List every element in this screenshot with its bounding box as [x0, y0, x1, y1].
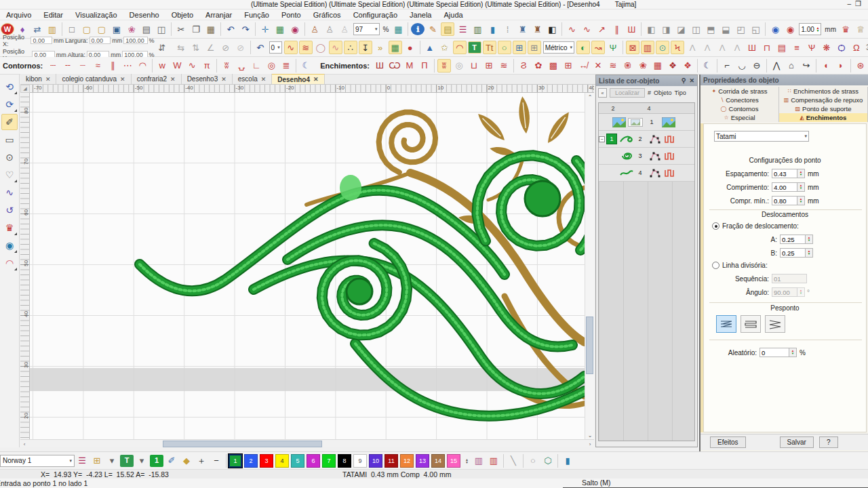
thread-spool-icon[interactable]: ▮: [486, 22, 499, 36]
lasso-tool-icon[interactable]: ↺: [1, 202, 18, 218]
connector-a2-icon[interactable]: Λ: [701, 41, 714, 54]
color-wheel-icon[interactable]: ◉: [288, 22, 302, 36]
node-polyline-icon[interactable]: ⋀: [770, 59, 783, 73]
fill-rose-icon[interactable]: ❀: [636, 59, 650, 73]
tab-close-icon[interactable]: ✕: [45, 76, 51, 83]
current-color-chip[interactable]: 1: [150, 455, 163, 467]
tab-close-icon[interactable]: ✕: [120, 76, 125, 83]
fill-columns-icon[interactable]: ▥: [641, 41, 654, 54]
outline-arc-icon[interactable]: ◠: [136, 59, 149, 73]
color-swatch-9[interactable]: 9: [353, 454, 367, 468]
eyedropper-icon[interactable]: ✐: [165, 454, 178, 468]
menu-visualizacao[interactable]: Visualização: [69, 11, 123, 19]
b-input[interactable]: [780, 248, 806, 258]
team-names-icon[interactable]: Tt: [483, 41, 496, 54]
horizontal-scrollbar[interactable]: ‹ ›: [20, 439, 594, 447]
spinner-icon[interactable]: ▲▼: [797, 169, 805, 178]
undo-icon[interactable]: ↶: [224, 22, 237, 36]
fill-grid-diag-icon[interactable]: ⊠: [626, 41, 639, 54]
swap-dimensions-icon[interactable]: ⇵: [155, 41, 169, 54]
needle-down-icon[interactable]: ↧: [359, 41, 372, 54]
compr-min-input[interactable]: [772, 196, 797, 205]
thread-palette-icon[interactable]: ☰: [75, 454, 89, 468]
fill-weave2-icon[interactable]: ▦: [651, 59, 665, 73]
moon-light-icon[interactable]: ☾: [299, 59, 313, 73]
tab-confraria2[interactable]: confraria2✕: [132, 74, 182, 84]
fill-coil-gray-icon[interactable]: ◎: [452, 59, 466, 73]
fill-waves-icon[interactable]: ≋: [497, 59, 511, 73]
curve-points-tool-icon[interactable]: ⟳: [1, 96, 18, 113]
menu-configuracao[interactable]: Configuração: [347, 11, 403, 19]
fill-arrows-icon[interactable]: ↮: [576, 59, 590, 73]
outline-comb-icon[interactable]: π: [200, 59, 214, 73]
outline-dash2-icon[interactable]: ╌: [61, 59, 75, 73]
slide-table-icon[interactable]: ▦: [391, 22, 405, 36]
outline-bars-icon[interactable]: ≣: [279, 59, 293, 73]
moon-dark-icon[interactable]: ☾: [701, 59, 714, 73]
pattern-block-icon[interactable]: ▤: [775, 41, 789, 54]
ruler-corner[interactable]: ◢: [20, 85, 30, 93]
fill-square-wave-icon[interactable]: ʬ: [437, 59, 451, 73]
color-swatch-14[interactable]: 14: [431, 454, 445, 468]
outline-square-wave-icon[interactable]: ʬ: [220, 59, 233, 73]
ring-gray-icon[interactable]: ○: [526, 454, 540, 468]
tab-desenho3[interactable]: Desenho3✕: [182, 74, 233, 84]
rectangle-tool-icon[interactable]: ▭: [1, 131, 18, 148]
stitch-zigzag-icon[interactable]: Ш: [625, 22, 638, 36]
fill-lightning-icon[interactable]: Ϟ: [671, 41, 684, 54]
help-button[interactable]: ?: [819, 436, 838, 448]
stitch-hatch-icon[interactable]: ∥: [610, 22, 623, 36]
node-smile-icon[interactable]: ◡: [735, 59, 749, 73]
spinner-icon[interactable]: ▲▼: [806, 235, 813, 244]
close-icon[interactable]: ✕: [689, 77, 694, 84]
outline-dash3-icon[interactable]: ┈: [76, 59, 90, 73]
outline-dash1-icon[interactable]: ┄: [46, 59, 60, 73]
vscroll-thumb[interactable]: [586, 317, 593, 374]
diagonal-line-icon[interactable]: ╲: [507, 454, 520, 468]
fill-m-icon[interactable]: M: [403, 59, 416, 73]
fill-grid-red-icon[interactable]: ⊞: [561, 59, 575, 73]
fill-spiral-icon[interactable]: ֎: [621, 59, 635, 73]
pesponto-style1-button[interactable]: [716, 315, 736, 333]
palette-spinner-icon[interactable]: ▲▼: [465, 458, 469, 464]
merge-shape1-icon[interactable]: ◧: [644, 22, 658, 36]
pattern-w-icon[interactable]: Ш: [745, 41, 759, 54]
summary-icon[interactable]: ▤: [441, 22, 454, 36]
scroll-down-icon[interactable]: ⌄: [585, 431, 595, 439]
scale-x-field[interactable]: 100.00: [123, 37, 147, 44]
crown-outline-icon[interactable]: ♕: [854, 22, 867, 36]
image-tool-icon[interactable]: ▦: [389, 41, 402, 54]
add-color-icon[interactable]: ＋: [195, 454, 208, 468]
crown-red-tool-icon[interactable]: ♛: [1, 220, 18, 236]
outline-coil-icon[interactable]: ◎: [264, 59, 278, 73]
pull-comp3-icon[interactable]: ♙: [338, 22, 351, 36]
prop-tab-enchimentos-de-strass[interactable]: ∷Enchimentos de strass: [779, 87, 868, 96]
color-swatch-5[interactable]: 5: [291, 454, 304, 468]
prop-tab-especial[interactable]: ☆Especial: [701, 113, 779, 122]
bezier-tool-icon[interactable]: ✐: [1, 114, 18, 130]
fill-xx-icon[interactable]: ✕: [591, 59, 605, 73]
color-swatch-12[interactable]: 12: [400, 454, 414, 468]
node-loop-icon[interactable]: ⊖: [750, 59, 764, 73]
color-swatch-3[interactable]: 3: [260, 454, 273, 468]
background-image-icon[interactable]: ▦: [273, 22, 287, 36]
comprimento-input[interactable]: [772, 182, 797, 192]
color-swatch-13[interactable]: 13: [416, 454, 429, 468]
pattern-omega-icon[interactable]: Ω: [850, 41, 863, 54]
cut-icon[interactable]: ✂: [174, 22, 188, 36]
circle-cut-right-icon[interactable]: ◗: [834, 59, 848, 73]
units-select[interactable]: Métrico ▾: [543, 41, 574, 54]
merge-shape7-icon[interactable]: ◰: [734, 22, 747, 36]
spool-icon[interactable]: ▮: [561, 454, 574, 468]
minimize-button[interactable]: –: [847, 0, 855, 7]
shapes-tool-icon[interactable]: ♡: [1, 167, 18, 183]
merge-shape8-icon[interactable]: ◱: [749, 22, 762, 36]
fill-type-select[interactable]: Tatami ▾: [714, 131, 809, 142]
circle-blue-tool-icon[interactable]: ◉: [1, 237, 18, 253]
remove-color-icon[interactable]: −: [210, 454, 223, 468]
fill-comb-icon[interactable]: Π: [418, 59, 431, 73]
branch-plant-icon[interactable]: Ψ: [606, 41, 620, 54]
color-swatch-11[interactable]: 11: [384, 454, 398, 468]
fill-arcs-icon[interactable]: ≋: [606, 59, 620, 73]
stitch-arrow-icon[interactable]: ↗: [595, 22, 608, 36]
